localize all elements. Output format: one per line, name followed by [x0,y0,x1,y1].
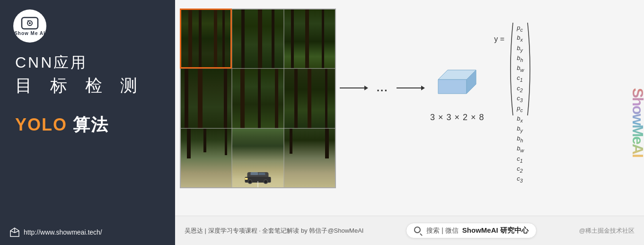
box-3d-svg [429,61,485,108]
logo-icon [21,17,39,30]
cell-1-1 [232,69,284,129]
3d-box [429,61,485,108]
photo-row-2 [180,69,336,129]
cell-0-0 [180,9,232,69]
cell-2-2 [284,128,336,188]
watermark: ShowMeAI [631,0,644,245]
cell-1-2 [284,69,336,129]
formula-c2: c2 [517,84,524,94]
logo-circle: Show Me AI [13,9,46,43]
formula-c1: c1 [517,74,524,84]
bottom-caption: 吴恩达 | 深度学习专项课程 · 全套笔记解读 by 韩信子@ShowMeAI [185,227,363,235]
formula-bh2: bh [517,134,524,144]
yolo-orange-text: YOLO [15,115,67,134]
formula-bh: bh [517,54,524,64]
box-section: 3 × 3 × 2 × 8 [429,9,485,122]
cell-0-1 [232,9,284,69]
website-icon [9,227,20,237]
photo-row-1 [180,9,336,69]
formula-y-label: y = [494,22,504,44]
formula-c22: c2 [517,165,524,175]
svg-marker-11 [364,86,368,90]
logo-area: Show Me AI [13,9,46,43]
photo-row-3 [180,128,336,188]
formula-bracket-right [526,22,534,116]
formula-bx: bx [517,34,524,44]
formula-section: y = pc bx by bh bw c1 c2 c3 pc bx by bh [489,9,534,185]
formula-bracket-left [506,22,515,116]
bottom-right-text: @稀土掘金技术社区 [579,227,635,235]
target-title: 目 标 检 测 [15,75,144,97]
formula-by2: by [517,124,524,134]
dots-text: ... [377,82,388,94]
yolo-title: YOLO 算法 [15,115,109,134]
dimension-label: 3 × 3 × 2 × 8 [430,113,485,122]
website-row[interactable]: http://www.showmeai.tech/ [9,227,102,237]
formula-bw2: bw [517,144,524,154]
title-block: CNN应用 目 标 检 测 [15,53,144,96]
yolo-block: YOLO 算法 [15,114,109,137]
arrow-1-icon [340,83,368,93]
cell-1-0 [180,69,232,129]
formula-bx2: bx [517,114,524,124]
arrow-section: ... [340,9,425,94]
svg-point-2 [29,22,31,24]
search-icon [414,227,423,235]
arrow-2-icon [397,83,425,93]
formula-c32: c3 [517,175,524,184]
formula-c3: c3 [517,94,524,104]
watermark-text: ShowMeAI [631,88,644,157]
search-brand: ShowMeAI 研究中心 [462,226,529,235]
formula-c12: c1 [517,155,524,165]
website-url: http://www.showmeai.tech/ [24,228,102,236]
right-panel: ... 3 × 3 × 2 × 8 [175,0,644,245]
search-box[interactable]: 搜索 | 微信 ShowMeAI 研究中心 [406,223,536,238]
logo-text: Show Me AI [14,31,45,36]
svg-marker-14 [438,79,467,94]
formula-bw: bw [517,64,524,74]
cell-2-1 [232,128,284,188]
search-label: 搜索 | 微信 [426,227,458,235]
formula-items: pc bx by bh bw c1 c2 c3 pc bx by bh bw c… [517,22,524,185]
left-panel: Show Me AI CNN应用 目 标 检 测 YOLO 算法 http://… [0,0,175,245]
formula-pc: pc [517,24,524,34]
cell-0-2 [284,9,336,69]
bottom-bar: 吴恩达 | 深度学习专项课程 · 全套笔记解读 by 韩信子@ShowMeAI … [175,216,644,245]
formula-pc2: pc [517,104,524,114]
photo-grid [180,9,336,188]
formula-by: by [517,44,524,54]
cnn-title: CNN应用 [15,53,144,73]
svg-marker-13 [421,86,425,90]
cell-2-0 [180,128,232,188]
yolo-white-text: 算法 [67,115,109,134]
main-content: ... 3 × 3 × 2 × 8 [175,0,644,216]
